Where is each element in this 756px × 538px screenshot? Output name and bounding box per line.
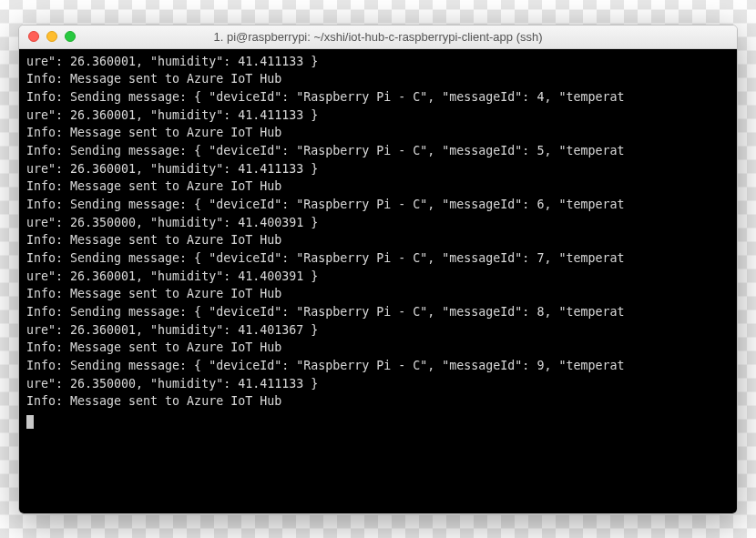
terminal-line: ure": 26.360001, "humidity": 41.411133 } — [26, 107, 730, 125]
terminal-line: Info: Message sent to Azure IoT Hub — [26, 339, 730, 357]
terminal-line: Info: Sending message: { "deviceId": "Ra… — [26, 303, 730, 321]
terminal-window: 1. pi@raspberrypi: ~/xshi/iot-hub-c-rasp… — [18, 25, 738, 514]
terminal-line: Info: Message sent to Azure IoT Hub — [26, 231, 730, 249]
terminal-line: Info: Sending message: { "deviceId": "Ra… — [26, 88, 730, 107]
terminal-line: Info: Message sent to Azure IoT Hub — [26, 178, 730, 196]
terminal-line: Info: Message sent to Azure IoT Hub — [26, 124, 730, 142]
terminal-line: Info: Sending message: { "deviceId": "Ra… — [26, 142, 730, 160]
terminal-line: ure": 26.360001, "humidity": 41.400391 } — [26, 268, 730, 286]
terminal-line: Info: Message sent to Azure IoT Hub — [26, 285, 730, 303]
terminal-line: Info: Sending message: { "deviceId": "Ra… — [26, 357, 730, 375]
maximize-icon[interactable] — [65, 31, 76, 42]
terminal-line: Info: Message sent to Azure IoT Hub — [26, 392, 730, 411]
terminal-line: ure": 26.360001, "humidity": 41.411133 } — [26, 53, 730, 71]
terminal-line: Info: Sending message: { "deviceId": "Ra… — [26, 249, 730, 268]
titlebar[interactable]: 1. pi@raspberrypi: ~/xshi/iot-hub-c-rasp… — [19, 25, 737, 49]
terminal-line: ure": 26.360001, "humidity": 41.401367 } — [26, 321, 730, 340]
traffic-lights — [28, 31, 76, 42]
terminal-line: Info: Message sent to Azure IoT Hub — [26, 70, 730, 88]
terminal-line: Info: Sending message: { "deviceId": "Ra… — [26, 196, 730, 214]
minimize-icon[interactable] — [46, 31, 57, 42]
terminal-line: ure": 26.350000, "humidity": 41.400391 } — [26, 214, 730, 232]
terminal-line: ure": 26.360001, "humidity": 41.411133 } — [26, 160, 730, 178]
terminal-output[interactable]: ure": 26.360001, "humidity": 41.411133 }… — [19, 49, 737, 513]
window-title: 1. pi@raspberrypi: ~/xshi/iot-hub-c-rasp… — [19, 30, 737, 44]
terminal-line: ure": 26.350000, "humidity": 41.411133 } — [26, 375, 730, 393]
close-icon[interactable] — [28, 31, 39, 42]
cursor-icon — [26, 415, 34, 429]
